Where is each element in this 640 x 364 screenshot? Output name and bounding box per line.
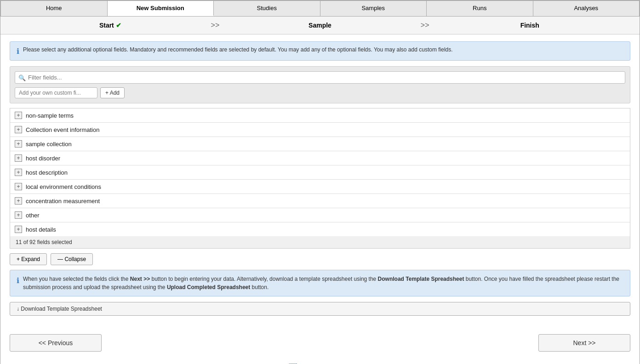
bottom-navigation: << Previous Next >> [0, 327, 640, 358]
filter-section: 🔍 + Add [10, 66, 630, 103]
field-group-label: Collection event information [26, 126, 99, 133]
nav-tab-runs[interactable]: Runs [427, 1, 533, 16]
step-sample: Sample [219, 22, 421, 29]
field-group-label: local environment conditions [26, 183, 101, 190]
field-group-label: sample collection [26, 141, 72, 148]
expand-icon-host-details: + [15, 226, 22, 233]
filter-input-wrap: 🔍 [15, 71, 625, 84]
info-message-top: Please select any additional optional fi… [23, 46, 453, 53]
field-group-local-environment[interactable]: + local environment conditions [10, 180, 630, 194]
field-group-non-sample-terms[interactable]: + non-sample terms [10, 108, 630, 123]
field-group-other[interactable]: + other [10, 208, 630, 222]
fields-count-of: of [23, 239, 29, 245]
search-icon: 🔍 [18, 74, 26, 81]
nav-tab-analyses[interactable]: Analyses [533, 1, 640, 16]
fields-total-count: 92 [29, 239, 35, 245]
field-group-host-disorder[interactable]: + host disorder [10, 151, 630, 165]
expand-collapse-row: + Expand — Collapse [10, 249, 630, 270]
next-button[interactable]: Next >> [538, 334, 630, 352]
field-group-label: host disorder [26, 155, 60, 162]
expand-icon-local-environment: + [15, 183, 22, 190]
nav-tab-samples[interactable]: Samples [320, 1, 427, 16]
info-box-bottom: ℹ When you have selected the fields clic… [10, 270, 630, 296]
nav-tab-new-submission[interactable]: New Submission [108, 1, 214, 16]
add-custom-field-button[interactable]: + Add [100, 87, 125, 98]
field-group-host-details[interactable]: + host details [10, 222, 630, 236]
info-icon-top: ℹ [17, 47, 19, 56]
expand-icon-collection-event: + [15, 126, 22, 133]
fields-selected-count: 11 [16, 239, 22, 245]
expand-icon-sample-collection: + [15, 140, 22, 148]
field-group-collection-event[interactable]: + Collection event information [10, 123, 630, 137]
expand-icon-concentration: + [15, 197, 22, 205]
step-arrow-1: >> [211, 21, 220, 29]
expand-icon-non-sample-terms: + [15, 112, 22, 119]
nav-tab-studies[interactable]: Studies [214, 1, 320, 16]
start-check-icon: ✔ [116, 22, 121, 29]
upload-link-label: Upload Completed Spreadsheet [167, 284, 250, 290]
download-template-button[interactable]: ↓ Download Template Spreadsheet [10, 302, 630, 316]
expand-icon-other: + [15, 211, 22, 219]
main-content: ℹ Please select any additional optional … [0, 34, 640, 323]
custom-field-row: + Add [15, 87, 625, 98]
expand-all-button[interactable]: + Expand [10, 253, 47, 265]
field-group-label: host details [26, 226, 56, 233]
step-arrow-2: >> [421, 21, 429, 29]
next-link-label: Next >> [130, 276, 150, 282]
info-message-bottom: When you have selected the fields click … [23, 275, 623, 291]
expand-icon-host-description: + [15, 169, 22, 176]
field-group-host-description[interactable]: + host description [10, 165, 630, 180]
expand-icon-host-disorder: + [15, 154, 22, 162]
download-link-label: Download Template Spreadsheet [378, 276, 464, 282]
fields-count-bar: 11 of 92 fields selected [10, 236, 630, 249]
filter-input[interactable] [15, 71, 625, 84]
field-group-label: host description [26, 169, 68, 176]
field-group-label: concentration measurement [26, 198, 100, 205]
field-groups-list: + non-sample terms + Collection event in… [10, 108, 630, 236]
nav-tab-home[interactable]: Home [1, 1, 108, 16]
field-group-sample-collection[interactable]: + sample collection [10, 137, 630, 151]
field-group-concentration[interactable]: + concentration measurement [10, 194, 630, 208]
fields-selected-label: fields selected [37, 239, 72, 245]
custom-field-input[interactable] [15, 87, 97, 98]
step-start: Start ✔ [10, 22, 211, 29]
collapse-all-button[interactable]: — Collapse [51, 253, 93, 265]
restart-row: 🔄 Restart Submission [0, 358, 640, 364]
field-group-label: other [26, 212, 40, 219]
step-finish: Finish [429, 22, 630, 29]
previous-button[interactable]: << Previous [10, 334, 102, 352]
info-box-top: ℹ Please select any additional optional … [10, 41, 630, 61]
step-bar: Start ✔ >> Sample >> Finish [0, 17, 640, 34]
field-group-label: non-sample terms [26, 112, 74, 119]
top-navigation: Home New Submission Studies Samples Runs… [0, 0, 640, 17]
info-icon-bottom: ℹ [17, 275, 19, 286]
